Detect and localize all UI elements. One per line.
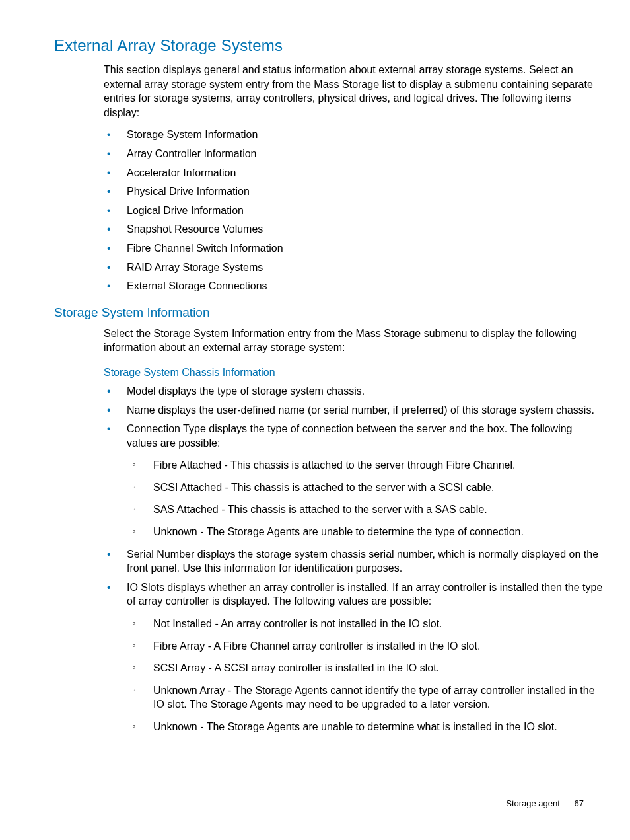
sublist-item: Not Installed - An array controller is n…: [127, 617, 604, 631]
page-footer: Storage agent 67: [506, 798, 584, 808]
sublist-item: Unknown - The Storage Agents are unable …: [127, 525, 604, 539]
intro-paragraph: This section displays general and status…: [104, 63, 604, 120]
list-item: Snapshot Resource Volumes: [104, 222, 604, 237]
list-item: Accelerator Information: [104, 166, 604, 180]
sublist-item: SCSI Attached - This chassis is attached…: [127, 480, 604, 495]
list-item: Storage System Information: [104, 128, 604, 142]
list-item: Serial Number displays the storage syste…: [104, 547, 604, 576]
connection-sublist: Fibre Attached - This chassis is attache…: [127, 458, 604, 539]
list-item-text: IO Slots displays whether an array contr…: [127, 582, 602, 607]
ioslots-sublist: Not Installed - An array controller is n…: [127, 617, 604, 734]
heading-2: Storage System Information: [54, 305, 604, 320]
list-item-text: Connection Type displays the type of con…: [127, 423, 573, 449]
subsection-body: Select the Storage System Information en…: [104, 326, 604, 734]
sublist-item: Fibre Array - A Fibre Channel array cont…: [127, 639, 604, 654]
sublist-item: SCSI Array - A SCSI array controller is …: [127, 661, 604, 675]
list-item: RAID Array Storage Systems: [104, 260, 604, 275]
section-body: This section displays general and status…: [104, 63, 604, 293]
list-item: Connection Type displays the type of con…: [104, 422, 604, 539]
sublist-item: Unknown Array - The Storage Agents canno…: [127, 683, 604, 712]
subsection-paragraph: Select the Storage System Information en…: [104, 326, 604, 355]
list-item: Physical Drive Information: [104, 184, 604, 199]
heading-3: Storage System Chassis Information: [104, 367, 604, 379]
sublist-item: Unknown - The Storage Agents are unable …: [127, 720, 604, 734]
sublist-item: SAS Attached - This chassis is attached …: [127, 502, 604, 517]
heading-1: External Array Storage Systems: [54, 36, 604, 55]
list-item: Fibre Channel Switch Information: [104, 241, 604, 256]
list-item: Array Controller Information: [104, 147, 604, 161]
sublist-item: Fibre Attached - This chassis is attache…: [127, 458, 604, 473]
top-bullet-list: Storage System Information Array Control…: [104, 128, 604, 293]
list-item: External Storage Connections: [104, 279, 604, 293]
footer-section: Storage agent: [506, 798, 560, 808]
footer-page-number: 67: [575, 798, 584, 808]
list-item: Name displays the user-defined name (or …: [104, 403, 604, 418]
chassis-bullet-list: Model displays the type of storage syste…: [104, 384, 604, 734]
list-item: Model displays the type of storage syste…: [104, 384, 604, 399]
list-item: IO Slots displays whether an array contr…: [104, 580, 604, 734]
list-item: Logical Drive Information: [104, 204, 604, 218]
document-page: External Array Storage Systems This sect…: [0, 0, 630, 840]
